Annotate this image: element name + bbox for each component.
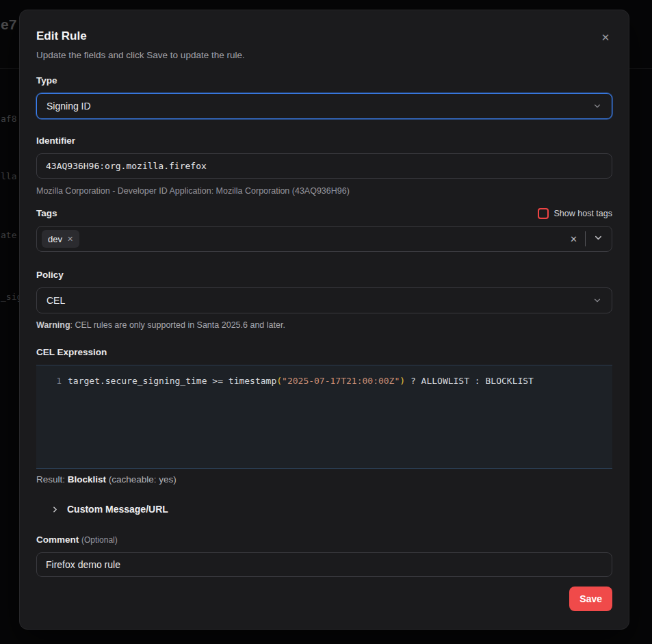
policy-select-value: CEL — [47, 295, 592, 306]
cel-result-line: Result: Blocklist (cacheable: yes) — [36, 474, 612, 486]
policy-field-group: Policy CEL Warning: CEL rules are only s… — [36, 268, 612, 331]
tags-label: Tags — [36, 207, 57, 220]
show-host-tags-checkbox-wrap[interactable]: Show host tags — [538, 208, 612, 219]
comment-field-group: Comment (Optional) — [36, 533, 612, 577]
line-number: 1 — [36, 374, 62, 388]
type-select-value: Signing ID — [47, 101, 592, 112]
background-fragment: lla — [1, 171, 16, 181]
comment-label: Comment (Optional) — [36, 533, 612, 547]
cel-expression-label: CEL Expression — [36, 346, 612, 359]
dialog-subtitle: Update the fields and click Save to upda… — [36, 49, 612, 62]
identifier-label: Identifier — [36, 134, 612, 148]
policy-select[interactable]: CEL — [36, 287, 612, 313]
save-button[interactable]: Save — [569, 587, 612, 611]
cel-code-text: target.secure_signing_time >= timestamp(… — [68, 374, 534, 388]
chevron-down-icon[interactable] — [593, 233, 603, 246]
tags-multiselect[interactable]: dev✕ ✕ — [36, 226, 612, 252]
cel-code-line: 1 target.secure_signing_time >= timestam… — [36, 374, 612, 388]
tags-chip-list: dev✕ — [42, 230, 570, 248]
background-fragment: af8 — [1, 114, 16, 124]
tags-clear-icon[interactable]: ✕ — [570, 234, 577, 244]
edit-rule-dialog: ✕ Edit Rule Update the fields and click … — [19, 10, 629, 630]
show-host-tags-checkbox[interactable] — [538, 208, 549, 219]
tags-field-group: Tags Show host tags dev✕ ✕ — [36, 207, 612, 252]
optional-tag: (Optional) — [81, 535, 118, 545]
chevron-down-icon — [592, 296, 602, 305]
cel-expression-group: CEL Expression 1 target.secure_signing_t… — [36, 346, 612, 486]
tags-divider — [585, 231, 586, 246]
tag-chip: dev✕ — [42, 230, 79, 248]
identifier-field-group: Identifier Mozilla Corporation - Develop… — [36, 134, 612, 197]
chevron-down-icon — [592, 101, 602, 111]
type-label: Type — [36, 74, 612, 88]
result-value: Blocklist — [68, 474, 106, 485]
show-host-tags-label: Show host tags — [554, 209, 612, 218]
custom-message-toggle[interactable]: Custom Message/URL — [36, 504, 612, 515]
type-select[interactable]: Signing ID — [36, 93, 612, 119]
identifier-input[interactable] — [36, 153, 612, 179]
policy-warning-text: Warning: CEL rules are only supported in… — [36, 320, 612, 331]
type-field-group: Type Signing ID — [36, 74, 612, 119]
cel-code-editor[interactable]: 1 target.secure_signing_time >= timestam… — [36, 365, 612, 469]
chevron-right-icon — [51, 505, 60, 514]
policy-label: Policy — [36, 268, 612, 282]
dialog-title: Edit Rule — [36, 28, 612, 44]
close-icon[interactable]: ✕ — [599, 31, 612, 44]
comment-input[interactable] — [36, 552, 612, 577]
background-fragment: e7 — [1, 16, 16, 33]
tag-remove-icon[interactable]: ✕ — [67, 235, 73, 244]
background-fragment: ate — [1, 230, 16, 240]
identifier-helper-text: Mozilla Corporation - Developer ID Appli… — [36, 185, 612, 197]
custom-message-label: Custom Message/URL — [67, 504, 168, 515]
warning-bold: Warning — [36, 320, 70, 330]
